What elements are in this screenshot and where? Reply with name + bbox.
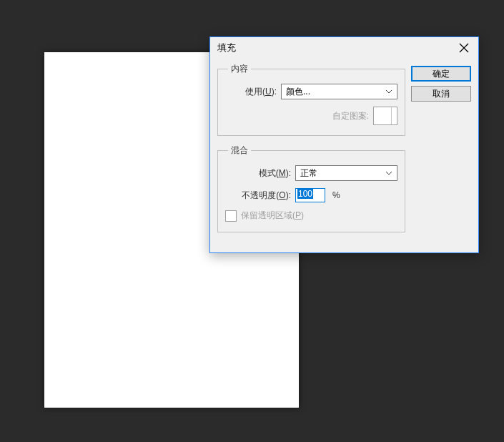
blend-legend: 混合 — [228, 144, 251, 157]
custom-pattern-row: 自定图案: — [225, 107, 397, 125]
use-select-value: 颜色... — [286, 86, 310, 98]
opacity-unit: % — [332, 190, 340, 200]
use-label: 使用(U): — [225, 86, 281, 98]
ok-button[interactable]: 确定 — [411, 66, 471, 82]
fill-dialog: 填充 内容 使用(U): 颜色... — [209, 36, 479, 253]
cancel-button[interactable]: 取消 — [411, 86, 471, 102]
close-icon — [459, 43, 469, 53]
dialog-body: 内容 使用(U): 颜色... 自定图案: — [210, 59, 478, 252]
preserve-transparency-label: 保留透明区域(P) — [241, 210, 304, 222]
dialog-right-column: 确定 取消 — [411, 63, 471, 241]
content-group: 内容 使用(U): 颜色... 自定图案: — [217, 63, 405, 136]
use-row: 使用(U): 颜色... — [225, 84, 397, 99]
mode-select-value: 正常 — [300, 167, 317, 180]
opacity-input[interactable]: 100 — [295, 188, 325, 202]
dialog-title: 填充 — [217, 41, 236, 54]
custom-pattern-swatch — [373, 107, 397, 125]
use-select[interactable]: 颜色... — [281, 84, 397, 99]
opacity-row: 不透明度(O): 100 % — [225, 188, 397, 202]
custom-pattern-label: 自定图案: — [332, 110, 373, 122]
preserve-transparency-row: 保留透明区域(P) — [225, 210, 397, 222]
dialog-left-column: 内容 使用(U): 颜色... 自定图案: — [217, 63, 405, 241]
opacity-label: 不透明度(O): — [225, 190, 295, 202]
blend-group: 混合 模式(M): 正常 不透明度(O): — [217, 144, 405, 232]
mode-row: 模式(M): 正常 — [225, 165, 397, 181]
mode-select[interactable]: 正常 — [295, 165, 397, 181]
content-legend: 内容 — [228, 63, 251, 75]
dialog-titlebar[interactable]: 填充 — [210, 37, 478, 59]
opacity-value: 100 — [297, 189, 313, 199]
mode-label: 模式(M): — [225, 167, 295, 180]
chevron-down-icon — [385, 89, 392, 94]
chevron-down-icon — [385, 171, 392, 175]
close-button[interactable] — [455, 39, 473, 57]
preserve-transparency-checkbox[interactable] — [225, 210, 237, 222]
